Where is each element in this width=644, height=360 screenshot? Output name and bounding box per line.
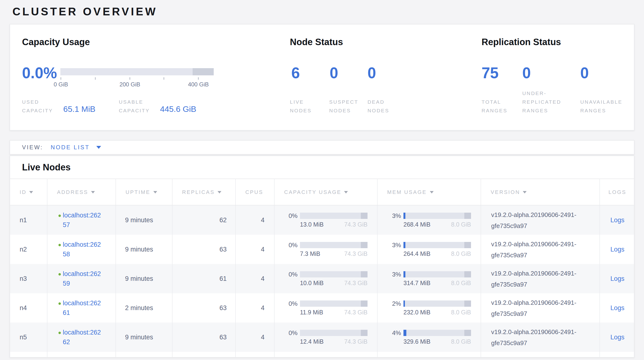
capacity-total: 74.3 GiB	[344, 280, 368, 287]
node-address-cell: localhost:26257	[48, 206, 116, 235]
logs-cell: Logs	[600, 206, 634, 235]
live-nodes-count: 6	[291, 65, 300, 82]
sort-arrow-icon	[523, 191, 527, 193]
logs-link[interactable]: Logs	[610, 275, 624, 282]
capacity-bar	[300, 330, 368, 336]
logs-link[interactable]: Logs	[610, 334, 624, 341]
table-row: n2 localhost:26258 9 minutes 63 4 0% 7.3…	[10, 235, 634, 264]
axis-tick	[130, 77, 130, 80]
mem-bar	[404, 300, 471, 307]
page-title: CLUSTER OVERVIEW	[12, 5, 158, 18]
total-ranges-count: 75	[482, 65, 498, 82]
view-label: VIEW:	[22, 144, 43, 151]
node-uptime: 9 minutes	[116, 206, 172, 235]
usable-capacity-value: 445.6 GiB	[160, 105, 196, 115]
used-capacity-value: 65.1 MiB	[63, 105, 95, 115]
sort-arrow-icon	[430, 191, 434, 193]
live-nodes-header: Live Nodes	[10, 156, 634, 178]
capacity-bar	[300, 242, 368, 248]
mem-total: 8.0 GiB	[451, 309, 471, 316]
mem-total: 8.0 GiB	[451, 338, 471, 345]
sort-arrow-icon	[91, 191, 95, 193]
axis-tick	[95, 77, 96, 80]
mem-usage-cell: 3% 268.4 MiB 8.0 GiB	[378, 206, 481, 235]
capacity-total: 74.3 GiB	[344, 338, 368, 345]
mem-usage-cell: 3% 314.7 MiB 8.0 GiB	[378, 264, 481, 293]
node-version: v19.2.0-alpha.20190606-2491-gfe735c9a97	[491, 238, 582, 260]
mem-used: 329.6 MiB	[404, 338, 430, 345]
sort-arrow-icon	[344, 191, 348, 193]
capacity-used: 13.0 MiB	[300, 221, 324, 228]
node-uptime: 2 minutes	[116, 293, 172, 322]
node-live-dot	[58, 214, 61, 217]
replication-status-title: Replication Status	[482, 37, 561, 48]
mem-used: 314.7 MiB	[404, 280, 430, 287]
used-capacity-label: USED CAPACITY	[22, 97, 60, 115]
axis-tick-label: 200 GiB	[120, 81, 140, 88]
chevron-down-icon	[96, 146, 101, 149]
mem-bar	[404, 271, 471, 277]
axis-tick-label: 0 GiB	[54, 81, 68, 88]
node-version-cell: v19.2.0-alpha.20190606-2491-gfe735c9a97	[481, 293, 600, 322]
under-replicated-label: UNDER-REPLICATED RANGES	[522, 89, 568, 115]
capacity-percent: 0%	[288, 300, 298, 307]
logs-cell: Logs	[600, 264, 634, 293]
node-address-link[interactable]: localhost:26258	[63, 240, 102, 259]
capacity-usage-cell: 0% 10.0 MiB 74.3 GiB	[274, 264, 378, 293]
table-row: n1 localhost:26257 9 minutes 62 4 0% 13.…	[10, 206, 634, 235]
node-version: v19.2.0-alpha.20190606-2491-gfe735c9a97	[491, 326, 582, 348]
node-replicas: 63	[172, 322, 236, 352]
column-header-address[interactable]: ADDRESS	[48, 179, 116, 205]
view-mode-dropdown[interactable]: NODE LIST	[51, 144, 101, 151]
node-cpus: 4	[236, 235, 274, 264]
logs-link[interactable]: Logs	[610, 304, 624, 311]
node-uptime: 9 minutes	[116, 322, 172, 352]
mem-percent: 3%	[392, 212, 401, 219]
column-header-mem-usage[interactable]: MEM USAGE	[378, 179, 481, 205]
column-header-id[interactable]: ID	[10, 179, 48, 205]
mem-bar	[404, 242, 471, 248]
capacity-bar	[300, 300, 368, 307]
under-replicated-count: 0	[522, 65, 531, 82]
capacity-usage-cell: 0% 7.3 MiB 74.3 GiB	[274, 235, 378, 264]
capacity-bar	[300, 213, 368, 219]
axis-tick	[164, 77, 164, 80]
node-uptime: 9 minutes	[116, 235, 172, 264]
mem-usage-cell: 3% 264.4 MiB 8.0 GiB	[378, 235, 481, 264]
axis-tick	[198, 77, 199, 80]
node-live-dot	[58, 273, 61, 275]
node-replicas: 63	[172, 293, 236, 322]
node-version: v19.2.0-alpha.20190606-2491-gfe735c9a97	[491, 209, 582, 231]
logs-link[interactable]: Logs	[610, 217, 624, 224]
mem-percent: 3%	[392, 271, 401, 278]
capacity-total: 74.3 GiB	[344, 309, 368, 316]
capacity-usage-cell: 0% 12.4 MiB 74.3 GiB	[274, 322, 378, 352]
capacity-percent: 0%	[288, 329, 298, 336]
logs-link[interactable]: Logs	[610, 246, 624, 253]
column-header-capacity-usage[interactable]: CAPACITY USAGE	[274, 179, 378, 205]
axis-tick	[60, 77, 61, 80]
mem-used: 264.4 MiB	[404, 251, 430, 257]
mem-total: 8.0 GiB	[451, 221, 471, 228]
column-header-replicas[interactable]: REPLICAS	[172, 179, 236, 205]
node-live-dot	[58, 244, 61, 246]
table-row: n4 localhost:26261 2 minutes 63 4 0% 11.…	[10, 293, 634, 322]
usable-capacity-label: USABLE CAPACITY	[119, 97, 157, 115]
node-address-link[interactable]: localhost:26257	[63, 211, 102, 230]
node-address-link[interactable]: localhost:26259	[63, 269, 102, 288]
node-version: v19.2.0-alpha.20190606-2491-gfe735c9a97	[491, 268, 582, 290]
node-address-link[interactable]: localhost:26261	[63, 298, 102, 317]
node-id: n1	[10, 206, 48, 235]
logs-cell: Logs	[600, 235, 634, 264]
column-header-version[interactable]: VERSION	[481, 179, 600, 205]
node-live-dot	[58, 302, 61, 305]
node-address-link[interactable]: localhost:26262	[63, 328, 102, 347]
mem-bar	[404, 213, 471, 219]
column-header-cpus: CPUS	[236, 179, 274, 205]
capacity-used: 10.0 MiB	[300, 280, 324, 287]
unavailable-count: 0	[580, 65, 589, 82]
axis-tick-label: 400 GiB	[188, 81, 209, 88]
cluster-overview-page: CLUSTER OVERVIEW Capacity Usage 0.0% 0 G…	[0, 0, 644, 360]
mem-used: 268.4 MiB	[404, 221, 430, 228]
column-header-uptime[interactable]: UPTIME	[116, 179, 172, 205]
